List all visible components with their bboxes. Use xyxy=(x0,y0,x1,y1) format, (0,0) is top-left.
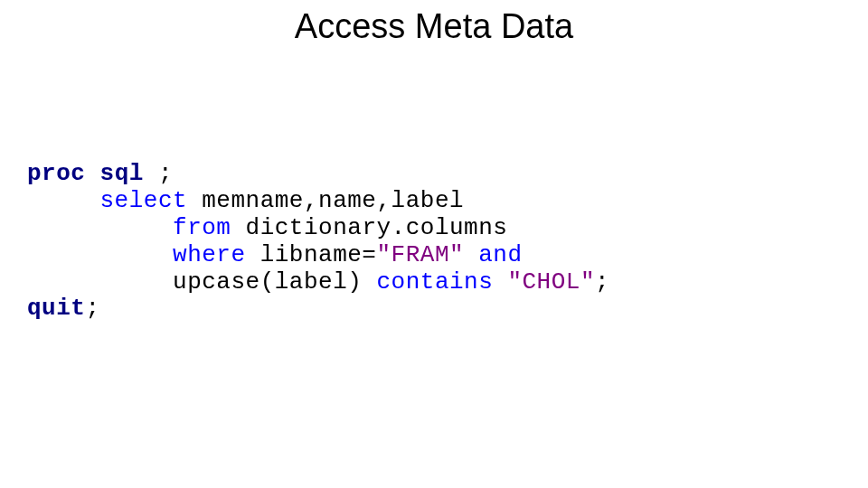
kw-contains: contains xyxy=(376,268,493,296)
kw-select: select xyxy=(100,187,188,214)
code-block: proc sql ; select memname,name,label fro… xyxy=(27,161,609,323)
slide: Access Meta Data proc sql ; select memna… xyxy=(0,0,868,488)
expr2a: upcase(label) xyxy=(173,268,376,296)
kw-quit: quit xyxy=(27,295,85,322)
str-fram: "FRAM" xyxy=(376,241,464,268)
pad5 xyxy=(27,268,173,296)
pad3 xyxy=(27,214,173,241)
kw-sql: sql xyxy=(100,160,144,187)
sp4 xyxy=(464,241,478,268)
expr1: libname= xyxy=(246,241,377,268)
kw-from: from xyxy=(173,214,231,241)
str-chol: "CHOL" xyxy=(507,268,595,296)
sp5 xyxy=(493,268,507,296)
slide-title: Access Meta Data xyxy=(0,7,868,46)
kw-where: where xyxy=(173,241,246,268)
pad2 xyxy=(27,187,100,214)
kw-proc: proc xyxy=(27,160,85,187)
sp xyxy=(85,160,99,187)
semi1: ; xyxy=(158,160,173,187)
pad4 xyxy=(27,241,173,268)
kw-and: and xyxy=(478,241,522,268)
src: dictionary.columns xyxy=(231,214,507,241)
cols: memname,name,label xyxy=(187,187,464,214)
sp2 xyxy=(144,160,158,187)
semi6: ; xyxy=(85,295,99,322)
semi5: ; xyxy=(595,268,609,296)
